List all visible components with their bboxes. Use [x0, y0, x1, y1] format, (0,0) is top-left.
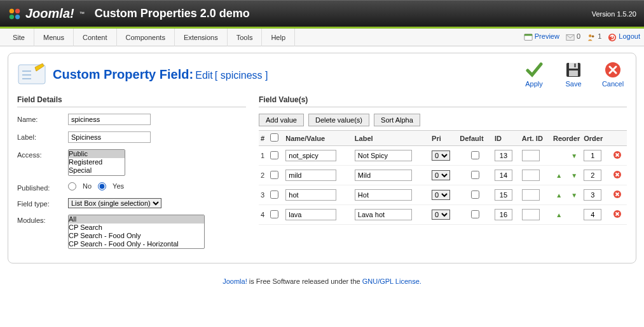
svg-point-0 [10, 8, 14, 13]
values-table: # Name/Value Label Pri Default ID Art. I… [259, 130, 627, 225]
page-context: [ spiciness ] [215, 70, 268, 81]
col-artid: Art. ID [520, 131, 551, 146]
row-default-checkbox[interactable] [471, 171, 479, 179]
menu-help[interactable]: Help [262, 29, 295, 46]
modules-select[interactable]: All CP Search CP Search - Food Only CP S… [68, 215, 205, 250]
row-pri-select[interactable]: 0 [432, 170, 450, 180]
published-label: Published: [17, 182, 68, 192]
reorder-up-icon[interactable]: ▲ [556, 192, 562, 199]
row-default-checkbox[interactable] [471, 151, 479, 159]
label-input[interactable] [68, 131, 151, 143]
fieldtype-select[interactable]: List Box (single selection) [68, 198, 161, 208]
row-checkbox[interactable] [270, 151, 278, 159]
row-checkbox[interactable] [270, 190, 278, 199]
apply-icon [525, 61, 543, 79]
svg-point-8 [592, 35, 594, 37]
row-order-input[interactable] [584, 170, 601, 181]
delete-values-button[interactable]: Delete value(s) [308, 114, 369, 126]
delete-row-icon[interactable] [613, 150, 622, 159]
reorder-up-icon[interactable]: ▲ [556, 172, 562, 179]
row-order-input[interactable] [584, 150, 601, 161]
col-reorder: Reorder [551, 131, 582, 146]
published-no-radio[interactable] [68, 182, 76, 190]
name-input[interactable] [68, 114, 151, 125]
svg-rect-17 [569, 63, 578, 69]
preview-link[interactable]: Preview [524, 32, 559, 41]
sort-alpha-button[interactable]: Sort Alpha [374, 114, 420, 126]
add-value-button[interactable]: Add value [259, 114, 304, 126]
reorder-down-icon[interactable]: ▼ [571, 172, 577, 179]
row-order-input[interactable] [584, 189, 601, 201]
published-yes-radio[interactable] [98, 182, 106, 190]
row-id-input[interactable] [495, 189, 512, 201]
row-artid-input[interactable] [522, 170, 540, 181]
apply-button[interactable]: Apply [520, 61, 548, 88]
delete-row-icon[interactable] [613, 210, 622, 218]
save-button[interactable]: Save [559, 61, 587, 88]
main-panel: Custom Property Field: Edit [ spiciness … [8, 53, 636, 264]
access-label: Access: [17, 149, 68, 159]
row-pri-select[interactable]: 0 [432, 210, 450, 220]
label-label: Label: [17, 131, 68, 141]
row-name-input[interactable] [285, 150, 336, 161]
row-name-input[interactable] [285, 209, 336, 220]
row-default-checkbox[interactable] [471, 210, 479, 218]
menu-site[interactable]: Site [4, 29, 34, 46]
cancel-button[interactable]: Cancel [599, 61, 627, 88]
row-num: 2 [259, 166, 268, 185]
row-default-checkbox[interactable] [471, 190, 479, 199]
reorder-down-icon[interactable]: ▼ [571, 192, 577, 199]
page-action: Edit [195, 70, 213, 81]
row-name-input[interactable] [285, 189, 336, 201]
version-label: Version 1.5.20 [592, 10, 636, 18]
col-id: ID [493, 131, 520, 146]
logout-link[interactable]: Logout [608, 32, 640, 41]
row-num: 4 [259, 205, 268, 225]
row-checkbox[interactable] [270, 171, 278, 179]
joomla-logo-icon [8, 7, 22, 21]
row-name-input[interactable] [285, 170, 336, 181]
app-title: Custom Properties 2.0 demo [95, 7, 250, 20]
menu-extensions[interactable]: Extensions [175, 29, 228, 46]
row-label-input[interactable] [355, 209, 412, 220]
row-label-input[interactable] [355, 189, 412, 201]
row-artid-input[interactable] [522, 150, 540, 161]
row-id-input[interactable] [495, 150, 512, 161]
svg-rect-5 [524, 34, 532, 36]
cancel-icon [604, 61, 622, 79]
col-default: Default [458, 131, 493, 146]
row-label-input[interactable] [355, 170, 412, 181]
reorder-up-icon[interactable]: ▲ [556, 211, 562, 218]
users-count[interactable]: 1 [587, 32, 601, 41]
footer: Joomla! is Free Software released under … [0, 270, 644, 293]
row-pri-select[interactable]: 0 [432, 150, 450, 161]
access-select[interactable]: Public Registered Special [68, 149, 125, 176]
row-id-input[interactable] [495, 170, 512, 181]
row-artid-input[interactable] [522, 189, 540, 201]
row-artid-input[interactable] [522, 209, 540, 220]
menu-components[interactable]: Components [117, 29, 175, 46]
footer-license-link[interactable]: GNU/GPL License. [362, 277, 421, 285]
menu-content[interactable]: Content [74, 29, 117, 46]
row-checkbox[interactable] [270, 210, 278, 218]
col-pri: Pri [430, 131, 458, 146]
preview-icon [524, 33, 533, 42]
table-row: 30▲▼ [259, 185, 627, 205]
brand-name: Joomla! [25, 6, 74, 21]
mail-icon [566, 33, 575, 42]
footer-joomla-link[interactable]: Joomla! [223, 277, 247, 285]
row-label-input[interactable] [355, 150, 412, 161]
col-label: Label [353, 131, 430, 146]
reorder-down-icon[interactable]: ▼ [571, 152, 577, 159]
row-id-input[interactable] [495, 209, 512, 220]
row-num: 1 [259, 146, 268, 166]
row-order-input[interactable] [584, 209, 601, 220]
messages-count[interactable]: 0 [566, 32, 580, 41]
menu-tools[interactable]: Tools [228, 29, 263, 46]
modules-label: Modules: [17, 215, 68, 224]
delete-row-icon[interactable] [613, 170, 622, 179]
row-pri-select[interactable]: 0 [432, 190, 450, 200]
menu-menus[interactable]: Menus [34, 29, 74, 46]
delete-row-icon[interactable] [613, 190, 622, 199]
select-all-checkbox[interactable] [270, 133, 278, 142]
